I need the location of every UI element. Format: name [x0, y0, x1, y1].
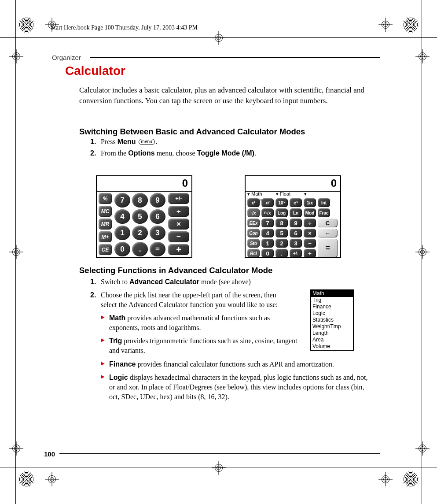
key-4: 4	[114, 209, 130, 224]
bullet-text: provides trigonometric functions such as…	[109, 337, 297, 354]
footer-rule	[59, 453, 380, 454]
calc-display: 0	[97, 176, 191, 192]
registration-target-icon	[417, 247, 428, 257]
advanced-calc-label: Advanced Calculator	[129, 278, 199, 285]
step-number: 1.	[90, 277, 99, 287]
step-number: 2.	[90, 149, 99, 157]
picklist-item-selected: Math	[311, 290, 353, 297]
key-c: C	[318, 219, 338, 227]
key-mc: MC	[99, 206, 112, 217]
key-plusminus: +/-	[290, 249, 302, 258]
key-1: 1	[114, 226, 130, 240]
key-minus: −	[304, 239, 316, 248]
key-minus: −	[168, 231, 189, 242]
key-5: 5	[132, 209, 148, 224]
key-int: Int	[318, 198, 330, 207]
bullet-math: Math provides advanced mathematical func…	[101, 313, 301, 333]
step-1: 1. Press Menu menu.	[90, 138, 363, 146]
step-text: .	[254, 149, 256, 157]
picklist-math: ▾ Math	[247, 191, 262, 196]
registration-target-icon	[380, 19, 391, 30]
book-header: Start Here.book Page 100 Thursday, July …	[51, 24, 198, 31]
bullet-logic: Logic displays hexadecimal characters in…	[101, 373, 373, 402]
chapter-label: Organizer	[52, 54, 81, 61]
key-7: 7	[114, 193, 130, 208]
chapter-rule	[90, 57, 380, 58]
registration-target-icon	[213, 33, 224, 43]
steps-switch-modes: 1. Press Menu menu. 2. From the Options …	[90, 138, 363, 161]
options-label: Options	[128, 149, 154, 157]
key-2: 2	[132, 226, 148, 240]
step-number: 1.	[90, 138, 99, 146]
key-5: 5	[275, 229, 288, 237]
manual-page: Start Here.book Page 100 Thursday, July …	[0, 0, 437, 504]
key-yroot: ʸ√x	[261, 208, 274, 217]
bullet-trig: Trig provides trigonometric functions su…	[101, 336, 301, 356]
picklist-float: ▾ Float	[276, 191, 291, 196]
key-6: 6	[290, 229, 302, 237]
key-percent: %	[99, 193, 112, 204]
menu-label: Menu	[118, 138, 136, 145]
key-dot: .	[275, 249, 288, 258]
key-multiply: ×	[304, 229, 316, 237]
key-plusminus: +/-	[168, 193, 189, 204]
step-text: Switch to	[101, 278, 129, 285]
registration-target-icon	[213, 463, 224, 473]
bullet-label: Trig	[109, 337, 122, 345]
key-ex: eˣ	[290, 198, 302, 207]
picklist-item: Logic	[311, 310, 353, 317]
step-text: .	[156, 138, 158, 145]
step-text: Press	[101, 138, 118, 145]
registration-target-icon	[11, 443, 22, 454]
key-2: 2	[275, 239, 288, 248]
bullet-text: provides financial calculator functions …	[136, 360, 334, 368]
key-9: 9	[290, 219, 302, 227]
picklist-item: Trig	[311, 297, 353, 304]
registration-target-icon	[11, 247, 22, 257]
intro-paragraph: Calculator includes a basic calculator, …	[79, 85, 365, 106]
picklist-item: Statistics	[311, 317, 353, 323]
picklist-item: Volume	[311, 343, 353, 350]
menu-key-icon: menu	[139, 139, 155, 145]
step-number: 2.	[90, 290, 99, 300]
step-2: 2. From the Options menu, choose Toggle …	[90, 149, 363, 157]
key-divide: ÷	[304, 219, 316, 227]
bullet-text: displays hexadecimal characters in the k…	[109, 374, 367, 400]
key-rcl: Rcl	[247, 249, 260, 258]
step-text: mode (see above)	[199, 278, 251, 285]
step-text: From the	[101, 149, 128, 157]
key-xy: xʸ	[261, 198, 274, 207]
key-4: 4	[261, 229, 274, 237]
basic-calculator-screenshot: 0 % MC MR M+ CE 7 8 9 4 5 6 1 2 3 0 . = …	[96, 175, 192, 258]
key-mplus: M+	[99, 231, 112, 242]
step-1: 1. Switch to Advanced Calculator mode (s…	[90, 277, 372, 287]
subheading-switch-modes: Switching Between Basic and Advanced Cal…	[79, 127, 305, 137]
picklist-item: Area	[311, 337, 353, 343]
registration-target-icon	[11, 51, 22, 62]
section-title: Calculator	[65, 64, 125, 78]
key-0: 0	[114, 242, 130, 256]
key-dot: .	[132, 242, 148, 256]
registration-target-icon	[380, 474, 391, 485]
toggle-mode-label: Toggle Mode (/M)	[197, 149, 254, 157]
calc-display: 0	[246, 176, 340, 192]
key-ce: CE	[99, 244, 112, 255]
key-equals: =	[318, 239, 338, 258]
registration-target-icon	[47, 474, 57, 485]
key-9: 9	[150, 193, 165, 208]
bullet-text: provides advanced mathematical functions…	[109, 314, 270, 331]
key-mod: Mod	[304, 208, 316, 217]
key-log: Log	[275, 208, 288, 217]
basic-keypad: % MC MR M+ CE 7 8 9 4 5 6 1 2 3 0 . = +/…	[98, 192, 191, 256]
advanced-calculator-screenshot: 0 ▾ Math ▾ Float ▾ Degrees x² xʸ 10ˣ eˣ …	[245, 175, 341, 258]
key-divide: ÷	[168, 206, 189, 217]
key-10x: 10ˣ	[275, 198, 288, 207]
bullet-label: Finance	[109, 360, 136, 368]
registration-circle-icon	[18, 17, 34, 33]
key-plus: +	[304, 249, 316, 258]
picklist-item: Weight/Tmp	[311, 323, 353, 330]
key-3: 3	[150, 226, 165, 240]
key-back: ←	[318, 229, 338, 237]
picklist-item: Length	[311, 330, 353, 337]
key-1: 1	[261, 239, 274, 248]
